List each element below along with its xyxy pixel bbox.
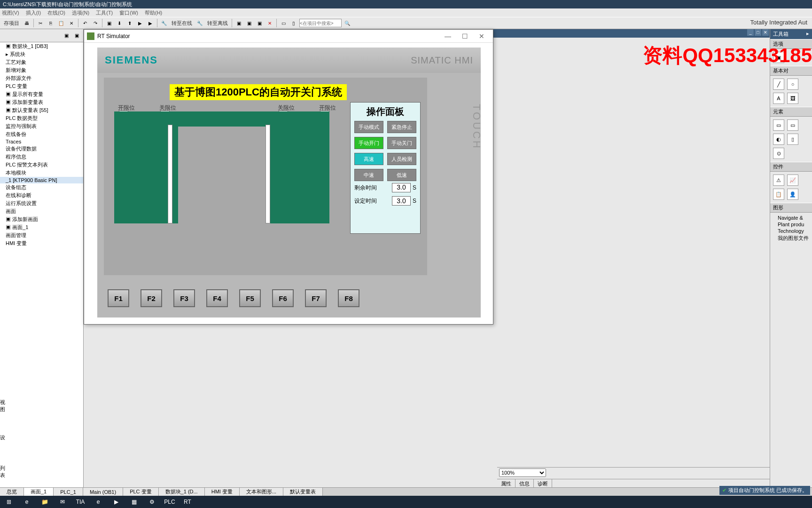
tool-a-icon[interactable]: ▣ xyxy=(234,18,243,28)
tree-tool2-icon[interactable]: ▣ xyxy=(72,31,81,40)
project-search-input[interactable] xyxy=(299,19,342,27)
tree-item[interactable]: 程序信息 xyxy=(0,153,83,161)
fkey-button[interactable]: F8 xyxy=(338,289,359,307)
document-tab[interactable]: PLC 变量 xyxy=(123,488,158,496)
menu-options[interactable]: 选项(N) xyxy=(72,9,89,16)
user-tool-icon[interactable]: 👤 xyxy=(787,189,798,200)
tree-item[interactable]: 新增对象 xyxy=(0,66,83,74)
tree-item[interactable]: 运行系统设置 xyxy=(0,199,83,207)
switch-tool-icon[interactable]: ⊙ xyxy=(773,148,784,159)
tree-item[interactable]: 工艺对象 xyxy=(0,58,83,66)
tree-item[interactable]: PLC 变量 xyxy=(0,82,83,90)
taskbar-icon[interactable]: ⊞ xyxy=(2,497,16,507)
document-tab[interactable]: HMI 变量 xyxy=(205,488,240,496)
menu-view[interactable]: 视图(V) xyxy=(2,9,19,16)
cancel-icon[interactable]: ✕ xyxy=(265,18,274,28)
tree-item[interactable]: PLC 数据类型 xyxy=(0,114,83,122)
fkey-button[interactable]: F6 xyxy=(272,289,294,307)
tree-item[interactable]: HMI 变量 xyxy=(0,239,83,247)
taskbar-icon[interactable]: ▦ xyxy=(127,497,141,507)
canvas-close-icon[interactable]: ✕ xyxy=(762,29,769,36)
copy-icon[interactable]: ⎘ xyxy=(46,18,55,28)
upload-icon[interactable]: ⬆ xyxy=(125,18,134,28)
hmi-button[interactable]: 手动开门 xyxy=(354,137,383,149)
minimize-icon[interactable]: — xyxy=(439,31,456,42)
tool-b-icon[interactable]: ▣ xyxy=(244,18,254,28)
image-tool-icon[interactable]: 🖼 xyxy=(787,93,798,104)
hmi-button[interactable]: 中速 xyxy=(354,169,383,181)
canvas-max-icon[interactable]: □ xyxy=(755,29,761,36)
tree-item[interactable]: Traces xyxy=(0,138,83,145)
hmi-button[interactable]: 手动关门 xyxy=(387,137,416,149)
canvas-min-icon[interactable]: _ xyxy=(747,29,754,36)
iofield-tool-icon[interactable]: ▭ xyxy=(773,119,784,131)
tree-item[interactable]: ▣ 显示所有变量 xyxy=(0,90,83,98)
menu-help[interactable]: 帮助(H) xyxy=(145,9,162,16)
search-icon[interactable]: 🔍 xyxy=(343,18,352,28)
tool-icon-2[interactable]: 🔧 xyxy=(195,18,204,28)
taskbar-icon[interactable]: TIA xyxy=(73,497,87,507)
set-time-input[interactable] xyxy=(392,196,411,206)
tree-item[interactable]: 画面 xyxy=(0,207,83,215)
tree-item[interactable]: 设备代理数据 xyxy=(0,145,83,153)
fkey-button[interactable]: F3 xyxy=(173,289,195,307)
toolbox-collapse-icon[interactable]: ▸ xyxy=(806,31,809,38)
tree-view-tab[interactable]: 视图 xyxy=(0,399,5,413)
download-icon[interactable]: ⬇ xyxy=(115,18,124,28)
split-v-icon[interactable]: ▯ xyxy=(289,18,298,28)
graphics-plant[interactable]: Plant produ xyxy=(772,221,810,228)
split-h-icon[interactable]: ▭ xyxy=(279,18,288,28)
fkey-button[interactable]: F4 xyxy=(206,289,228,307)
graphics-my[interactable]: 我的图形文件 xyxy=(772,234,810,242)
tree-item[interactable]: 本地模块 xyxy=(0,169,83,177)
save-project-label[interactable]: 存项目 xyxy=(2,20,21,27)
document-tab[interactable]: Main (OB1) xyxy=(83,488,123,496)
taskbar-icon[interactable]: ⚙ xyxy=(145,497,159,507)
redo-icon[interactable]: ↷ xyxy=(91,18,100,28)
tree-item[interactable]: ▣ 默认变量表 [55] xyxy=(0,106,83,114)
undo-icon[interactable]: ↶ xyxy=(80,18,90,28)
cut-icon[interactable]: ✂ xyxy=(36,18,45,28)
fkey-button[interactable]: F7 xyxy=(305,289,327,307)
print-icon[interactable]: 🖶 xyxy=(22,18,31,28)
taskbar-icon[interactable]: e xyxy=(20,497,34,507)
close-icon[interactable]: ✕ xyxy=(473,31,490,42)
tree-item[interactable]: 画面管理 xyxy=(0,231,83,239)
tree-item[interactable]: ▣ 画面_1 xyxy=(0,223,83,231)
hmi-button[interactable]: 手动模式 xyxy=(354,121,383,133)
document-tab[interactable]: 默认变量表 xyxy=(283,488,323,496)
recipe-tool-icon[interactable]: 📋 xyxy=(773,189,784,200)
menu-online[interactable]: 在线(O) xyxy=(47,9,65,16)
hmi-button[interactable]: 紧急停止 xyxy=(387,121,416,133)
go-online-button[interactable]: 转至在线 xyxy=(170,20,194,27)
hmi-button[interactable]: 高速 xyxy=(354,153,383,165)
delete-icon[interactable]: ✕ xyxy=(67,18,76,28)
hmi-button[interactable]: 低速 xyxy=(387,169,416,181)
alarm-tool-icon[interactable]: ⚠ xyxy=(773,175,784,186)
taskbar-icon[interactable]: PLC xyxy=(163,497,177,507)
hmi-button[interactable]: 人员检测 xyxy=(387,153,416,165)
document-tab[interactable]: 数据块_1 (D... xyxy=(159,488,205,496)
taskbar-icon[interactable]: 📁 xyxy=(38,497,52,507)
trend-tool-icon[interactable]: 📈 xyxy=(787,175,798,186)
document-tab[interactable]: 画面_1 xyxy=(24,488,54,496)
tree-item[interactable]: 监控与强制表 xyxy=(0,122,83,130)
fkey-button[interactable]: F2 xyxy=(141,289,162,307)
tree-item[interactable]: ▣ 添加新画面 xyxy=(0,215,83,223)
taskbar-icon[interactable]: e xyxy=(91,497,105,507)
graphics-tech[interactable]: Technology xyxy=(772,228,810,234)
line-tool-icon[interactable]: ╱ xyxy=(773,79,784,90)
zoom-select[interactable]: 100% xyxy=(499,468,546,477)
tree-item[interactable]: 设备组态 xyxy=(0,183,83,191)
tree-item[interactable]: ▣ 数据块_1 [DB3] xyxy=(0,42,83,50)
tool-icon[interactable]: 🔧 xyxy=(159,18,169,28)
document-tab[interactable]: 文本和图形... xyxy=(240,488,283,496)
run-icon[interactable]: ▶ xyxy=(146,18,155,28)
taskbar-icon[interactable]: ▶ xyxy=(109,497,123,507)
section-controls[interactable]: 控件 xyxy=(770,162,812,172)
fkey-button[interactable]: F1 xyxy=(108,289,129,307)
tree-item[interactable]: 在线备份 xyxy=(0,130,83,138)
menu-insert[interactable]: 插入(I) xyxy=(26,9,41,16)
fkey-button[interactable]: F5 xyxy=(239,289,261,307)
paste-icon[interactable]: 📋 xyxy=(56,18,66,28)
